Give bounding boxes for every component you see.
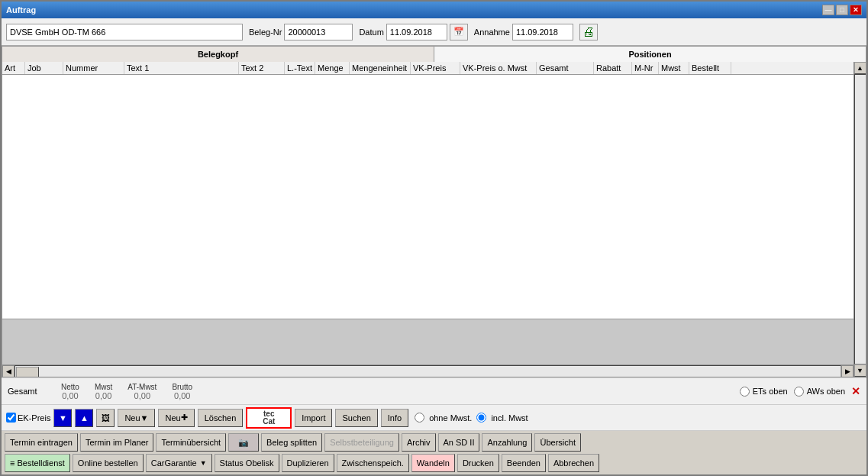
neu-btn[interactable]: Neu ▼ xyxy=(118,409,155,427)
brutto-label: Brutto xyxy=(172,383,192,391)
neu2-plus: ✚ xyxy=(181,413,188,423)
netto-value: 0,00 xyxy=(62,391,78,400)
termin-planer-btn[interactable]: Termin im Planer xyxy=(80,433,154,452)
arrow-up-btn[interactable]: ▲ xyxy=(75,409,93,427)
h-scrollbar[interactable]: ◀ ▶ xyxy=(2,364,853,377)
gesamt-label: Gesamt xyxy=(8,387,46,396)
neu-label: Neu xyxy=(124,413,140,423)
table-inner: Art Job Nummer Text 1 Text 2 L.-Text Men… xyxy=(2,62,853,377)
col-header-ltext: L.-Text xyxy=(285,62,315,74)
ets-radio-group: ETs oben xyxy=(740,387,788,397)
arrow-down-btn[interactable]: ▼ xyxy=(53,409,72,427)
aws-radio[interactable] xyxy=(794,387,804,397)
drucken-btn[interactable]: Drucken xyxy=(457,454,499,472)
zwischenspeich-btn[interactable]: Zwischenspeich. xyxy=(337,454,409,472)
import-label: Import xyxy=(302,413,325,423)
ohne-mwst-radio[interactable] xyxy=(415,413,424,423)
selbstbeteiligung-btn[interactable]: Selbstbeteiligung xyxy=(324,433,399,452)
v-scrollbar[interactable]: ▲ ▼ xyxy=(853,62,866,377)
mwst-radio-group: ohne Mwst. incl. Mwst xyxy=(415,413,528,423)
scroll-down-btn[interactable]: ▼ xyxy=(854,364,866,377)
scroll-up-btn[interactable]: ▲ xyxy=(854,62,866,74)
status-obelisk-btn[interactable]: Status Obelisk xyxy=(215,454,279,472)
uebersicht-btn[interactable]: Übersicht xyxy=(534,433,580,452)
ekpreis-checkbox-group: EK-Preis xyxy=(6,413,50,423)
col-header-text2: Text 2 xyxy=(239,62,285,74)
abbrechen-btn[interactable]: Abbrechen xyxy=(548,454,599,472)
col-header-vkpreiso: VK-Preis o. Mwst xyxy=(460,62,537,74)
datum-group: Datum 📅 xyxy=(359,24,467,40)
beleg-nr-field[interactable] xyxy=(284,24,353,40)
bestelldienst-btn[interactable]: ≡ Bestelldienst xyxy=(5,454,70,472)
brutto-group: Brutto 0,00 xyxy=(172,383,192,400)
neu-arrow: ▼ xyxy=(140,413,149,423)
bottom-row-1: Termin eintragen Termin im Planer Termin… xyxy=(5,433,863,452)
ets-label: ETs oben xyxy=(753,387,788,396)
scroll-track[interactable] xyxy=(15,365,841,377)
beleg-nr-label: Beleg-Nr xyxy=(249,28,282,37)
mwst-group: Mwst 0,00 xyxy=(95,383,112,400)
tab-belegkopf[interactable]: Belegkopf xyxy=(2,46,434,62)
col-header-art: Art xyxy=(2,62,25,74)
window-controls: — □ ✕ xyxy=(822,5,862,15)
an-sd-ii-btn[interactable]: An SD II xyxy=(438,433,480,452)
close-x-btn[interactable]: ✕ xyxy=(851,385,860,397)
scroll-left-btn[interactable]: ◀ xyxy=(2,365,15,377)
minimize-button[interactable]: — xyxy=(822,5,834,15)
mwst-value: 0,00 xyxy=(95,391,111,400)
close-button[interactable]: ✕ xyxy=(850,5,862,15)
netto-group: Netto 0,00 xyxy=(61,383,79,400)
col-header-mwst: Mwst xyxy=(659,62,689,74)
beenden-btn[interactable]: Beenden xyxy=(502,454,546,472)
printer-icon[interactable]: 🖨 xyxy=(579,24,598,40)
col-header-rabatt: Rabatt xyxy=(594,62,632,74)
calendar-icon[interactable]: 📅 xyxy=(450,24,468,40)
brutto-value: 0,00 xyxy=(174,391,190,400)
printer-symbol: 🖨 xyxy=(582,25,595,39)
car-garantie-btn[interactable]: CarGarantie ▼ xyxy=(146,454,212,472)
info-btn[interactable]: Info xyxy=(381,409,408,427)
beleg-splitten-btn[interactable]: Beleg splitten xyxy=(261,433,322,452)
window-title: Auftrag xyxy=(6,5,36,15)
loeschen-label: Löschen xyxy=(205,413,237,423)
duplizieren-btn[interactable]: Duplizieren xyxy=(282,454,334,472)
car-garantie-label: CarGarantie xyxy=(151,458,197,468)
terminuebersicht-btn[interactable]: Terminübersicht xyxy=(156,433,226,452)
loeschen-btn[interactable]: Löschen xyxy=(198,409,244,427)
termin-eintragen-btn[interactable]: Termin eintragen xyxy=(5,433,78,452)
v-scroll-track[interactable] xyxy=(854,74,866,364)
bottom-bar: Termin eintragen Termin im Planer Termin… xyxy=(2,431,866,474)
tec-cat-btn[interactable]: tec Cat xyxy=(246,407,292,429)
info-area xyxy=(2,319,853,364)
online-bestellen-btn[interactable]: Online bestellen xyxy=(73,454,144,472)
main-window: Auftrag — □ ✕ Beleg-Nr Datum 📅 Annahme 🖨… xyxy=(0,0,868,476)
incl-mwst-label: incl. Mwst xyxy=(491,413,528,423)
scroll-thumb[interactable] xyxy=(16,367,39,377)
company-field[interactable] xyxy=(6,24,243,40)
wandeln-btn[interactable]: Wandeln xyxy=(411,454,455,472)
import-btn[interactable]: Import xyxy=(295,409,332,427)
datum-field[interactable] xyxy=(386,24,447,40)
totals-area: Gesamt Netto 0,00 Mwst 0,00 AT-Mwst 0,00… xyxy=(2,377,866,405)
ets-radio[interactable] xyxy=(740,387,750,397)
suchen-btn[interactable]: Suchen xyxy=(335,409,377,427)
tab-positionen[interactable]: Positionen xyxy=(434,46,866,62)
scroll-right-btn[interactable]: ▶ xyxy=(841,365,853,377)
col-header-text1: Text 1 xyxy=(124,62,239,74)
anzahlung-btn[interactable]: Anzahlung xyxy=(482,433,532,452)
table-area: Art Job Nummer Text 1 Text 2 L.-Text Men… xyxy=(2,62,866,377)
incl-mwst-radio[interactable] xyxy=(476,413,486,423)
annahme-field[interactable] xyxy=(512,24,573,40)
ekpreis-checkbox[interactable] xyxy=(6,413,16,423)
at-mwst-group: AT-Mwst 0,00 xyxy=(127,383,156,400)
datum-label: Datum xyxy=(359,28,383,37)
image-btn[interactable]: 🖼 xyxy=(96,409,115,427)
neu2-btn[interactable]: Neu ✚ xyxy=(158,409,194,427)
mwst-label: Mwst xyxy=(95,383,112,391)
archiv-btn[interactable]: Archiv xyxy=(402,433,436,452)
scan-btn[interactable]: 📷 xyxy=(228,433,259,452)
annahme-group: Annahme xyxy=(474,24,573,40)
maximize-button[interactable]: □ xyxy=(836,5,848,15)
bottom-row-2: ≡ Bestelldienst Online bestellen CarGara… xyxy=(5,454,863,472)
neu2-label: Neu xyxy=(165,413,180,423)
